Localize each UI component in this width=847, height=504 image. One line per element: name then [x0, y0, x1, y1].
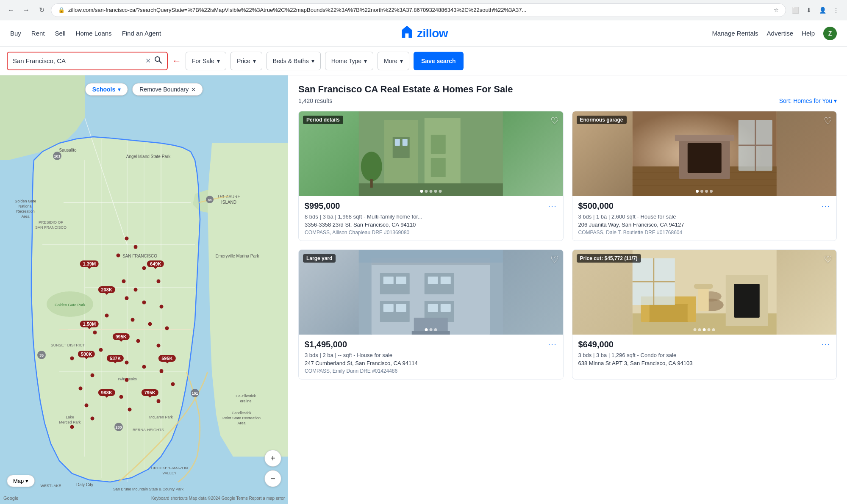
- listing-more-button[interactable]: ···: [548, 202, 557, 210]
- download-button[interactable]: ⬇: [803, 4, 815, 16]
- listing-dot-pin[interactable]: [157, 279, 161, 283]
- filter-price-button[interactable]: Price ▾: [230, 52, 262, 70]
- listing-dot-pin[interactable]: [133, 288, 137, 292]
- listing-dot-pin[interactable]: [142, 266, 146, 270]
- forward-button[interactable]: →: [20, 4, 32, 16]
- listing-dot-pin[interactable]: [85, 404, 89, 407]
- nav-help[interactable]: Help: [802, 30, 815, 37]
- extensions-button[interactable]: ⬜: [789, 4, 801, 16]
- listing-dot-pin[interactable]: [128, 408, 132, 412]
- filter-more-button[interactable]: More ▾: [378, 52, 409, 70]
- listing-price: $995,000: [305, 201, 340, 211]
- listing-dot-pin[interactable]: [93, 331, 97, 335]
- listing-dot-pin[interactable]: [142, 301, 146, 305]
- listing-dot-pin[interactable]: [116, 254, 120, 258]
- listing-dot-pin[interactable]: [90, 374, 94, 377]
- nav-manage-rentals[interactable]: Manage Rentals: [712, 30, 758, 37]
- listing-dot-pin[interactable]: [125, 296, 129, 300]
- filter-home-type-button[interactable]: Home Type ▾: [325, 52, 373, 70]
- listing-dot-pin[interactable]: [125, 236, 129, 240]
- save-search-button[interactable]: Save search: [414, 52, 464, 70]
- svg-rect-80: [687, 143, 721, 173]
- listing-dot-pin[interactable]: [70, 425, 74, 429]
- listing-dot-pin[interactable]: [142, 365, 146, 369]
- nav-avatar[interactable]: Z: [823, 27, 837, 40]
- listing-favorite-button[interactable]: ♡: [824, 116, 832, 127]
- schools-filter-button[interactable]: Schools ▾: [85, 83, 128, 96]
- nav-sell[interactable]: Sell: [55, 28, 66, 39]
- listing-dot-pin[interactable]: [159, 369, 163, 373]
- zillow-logo[interactable]: zillow: [399, 24, 448, 42]
- price-pin[interactable]: 537K: [107, 355, 124, 362]
- listing-dot-pin[interactable]: [133, 245, 137, 249]
- listing-dot-pin[interactable]: [79, 386, 83, 390]
- search-clear-button[interactable]: ✕: [145, 57, 151, 65]
- svg-rect-98: [428, 304, 438, 312]
- listing-dot-pin[interactable]: [136, 339, 140, 343]
- price-pin[interactable]: 988K: [98, 389, 115, 396]
- filter-sale-button[interactable]: For Sale ▾: [186, 52, 226, 70]
- listing-dot-pin[interactable]: [159, 305, 163, 309]
- menu-button[interactable]: ⋮: [830, 4, 842, 16]
- listing-favorite-button[interactable]: ♡: [824, 254, 832, 265]
- listing-photo: [572, 111, 837, 196]
- svg-rect-81: [675, 135, 734, 141]
- nav-find-agent[interactable]: Find an Agent: [122, 28, 161, 39]
- listing-dot-pin[interactable]: [105, 313, 108, 317]
- price-pin[interactable]: 1.39M: [80, 260, 99, 267]
- listing-card[interactable]: Price cut: $45,772 (11/7) ♡ $649,000 ···: [572, 249, 837, 379]
- search-submit-button[interactable]: [154, 56, 162, 66]
- price-pin[interactable]: 595K: [158, 355, 175, 362]
- price-pin[interactable]: 1.50M: [80, 321, 99, 327]
- nav-rent[interactable]: Rent: [31, 28, 45, 39]
- remove-boundary-button[interactable]: Remove Boundary ✕: [132, 83, 203, 96]
- price-pin[interactable]: 500K: [78, 351, 95, 357]
- listing-favorite-button[interactable]: ♡: [550, 116, 559, 127]
- listing-dot-pin[interactable]: [70, 356, 74, 360]
- svg-text:WESTLAKE: WESTLAKE: [40, 484, 61, 488]
- listing-dot-pin[interactable]: [157, 343, 161, 347]
- listing-more-button[interactable]: ···: [822, 202, 830, 210]
- listing-dot-pin[interactable]: [119, 395, 123, 399]
- search-input-wrap[interactable]: ✕: [7, 52, 168, 70]
- nav-buy[interactable]: Buy: [10, 28, 21, 39]
- address-bar[interactable]: 🔒 zillow.com/san-francisco-ca/?searchQue…: [51, 3, 786, 17]
- listing-more-button[interactable]: ···: [822, 340, 830, 349]
- refresh-button[interactable]: ↻: [36, 4, 47, 16]
- listing-dot-pin[interactable]: [171, 382, 175, 386]
- listing-card[interactable]: Period details ♡ $995,000 ···: [298, 111, 564, 241]
- listing-card[interactable]: Large yard ♡ $1,495,000 ··· 3 bds: [298, 249, 564, 379]
- svg-text:Sausalito: Sausalito: [59, 148, 77, 152]
- listing-dot-pin[interactable]: [90, 416, 94, 420]
- map-container[interactable]: 101 Golden Gate Park PRESIDIO OF SAN FRA…: [0, 75, 288, 504]
- search-input[interactable]: [13, 57, 142, 64]
- zoom-in-button[interactable]: +: [264, 450, 281, 467]
- listing-dot-pin[interactable]: [122, 279, 126, 283]
- profile-button[interactable]: 👤: [816, 4, 828, 16]
- chevron-down-icon: ▾: [834, 97, 837, 104]
- listing-dot-pin[interactable]: [125, 361, 129, 365]
- listing-more-button[interactable]: ···: [548, 340, 557, 349]
- sort-button[interactable]: Sort: Homes for You ▾: [779, 97, 837, 104]
- chevron-down-icon: ▾: [25, 478, 28, 484]
- listing-card[interactable]: Enormous garage ♡ $500,000 ···: [572, 111, 837, 241]
- price-pin[interactable]: 649K: [147, 260, 164, 267]
- listing-dot-pin[interactable]: [99, 348, 103, 352]
- listing-dot-pin[interactable]: [157, 399, 161, 403]
- map-type-button[interactable]: Map ▾: [7, 475, 35, 487]
- nav-advertise[interactable]: Advertise: [767, 30, 794, 37]
- price-pin[interactable]: 208K: [98, 286, 115, 293]
- listing-dot-pin[interactable]: [148, 322, 152, 326]
- listing-favorite-button[interactable]: ♡: [550, 254, 559, 265]
- nav-home-loans[interactable]: Home Loans: [76, 28, 112, 39]
- filter-beds-baths-button[interactable]: Beds & Baths ▾: [267, 52, 321, 70]
- back-button[interactable]: ←: [5, 4, 17, 16]
- listing-dot-pin[interactable]: [165, 327, 169, 330]
- listing-dot-pin[interactable]: [131, 318, 134, 321]
- chevron-down-icon: ▾: [217, 58, 220, 64]
- listing-address: 638 Minna St APT 3, San Francisco, CA 94…: [578, 360, 831, 366]
- price-pin[interactable]: 795K: [141, 389, 158, 396]
- listing-dot-pin[interactable]: [125, 378, 129, 382]
- price-pin[interactable]: 995K: [112, 333, 129, 340]
- zoom-out-button[interactable]: −: [264, 470, 281, 487]
